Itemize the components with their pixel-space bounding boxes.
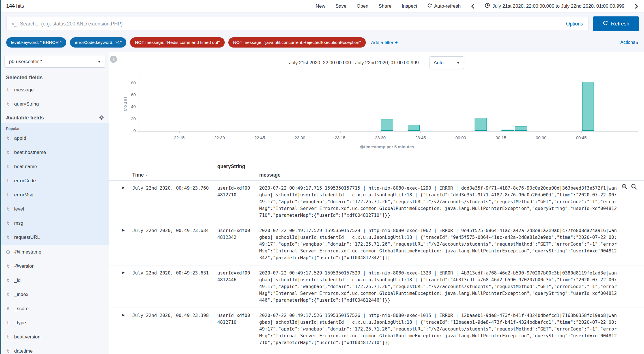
field-item-index[interactable]: t_index [1,288,109,302]
cell-querystring: userId=xdf004812710 [217,185,259,219]
field-item-type[interactable]: t_type [1,316,109,330]
time-picker-button[interactable]: July 21st 2020, 22:00:00.000 to July 22n… [485,3,624,9]
plus-icon: + [395,40,398,45]
y-tick [137,131,139,131]
topnav-new[interactable]: New [316,3,325,9]
histogram-bar-0020[interactable] [515,126,527,131]
index-pattern-select[interactable]: p0-usercenter-* ▼ [5,56,105,68]
hits-number: 144 [6,3,15,9]
cell-time: July 22nd 2020, 00:49:23.398 [132,312,217,346]
search-box: >_ Options [6,17,588,31]
collapse-sidebar-button[interactable] [110,56,117,63]
field-item-errorcode[interactable]: terrorCode [1,174,109,188]
expand-row-button[interactable]: ▶ [122,185,132,219]
chart-time-range-title: July 21st 2020, 22:00:00.000 - July 22nd… [289,60,425,66]
refresh-button[interactable]: Refresh [593,16,639,31]
zoom-in-icon[interactable] [621,183,628,190]
y-tick-label: 40 [124,104,136,109]
field-item-message[interactable]: tmessage [1,83,109,97]
field-item-requesturl[interactable]: trequestURL [1,230,109,244]
add-filter-button[interactable]: Add a filter + [371,40,398,46]
field-item-version[interactable]: t@version [1,259,109,273]
field-item-appid[interactable]: tappId [1,131,109,145]
field-item-errormsg[interactable]: terrorMsg [1,188,109,202]
filter-pill-3[interactable]: NOT message: "java.util.concurrent.Rejec… [228,37,366,48]
time-range-text: July 21st 2020, 22:00:00.000 to July 22n… [492,3,624,9]
x-tick [300,132,300,133]
time-range-back-button[interactable] [471,4,475,9]
expand-row-button[interactable]: ▶ [122,312,132,346]
histogram-bar-2330[interactable] [381,119,393,131]
caret-right-icon: ▶ [637,41,639,44]
histogram-bar-2340[interactable] [408,125,420,131]
field-item-timestamp[interactable]: @timestamp [1,245,109,259]
options-button[interactable]: Options [566,21,583,27]
refresh-icon [603,20,608,27]
field-item-beat-hostname[interactable]: tbeat.hostname [1,145,109,160]
field-item-querystring[interactable]: tqueryString [1,97,109,111]
field-item-beat-name[interactable]: tbeat.name [1,160,109,174]
filter-actions-button[interactable]: Actions ▶ [620,40,639,45]
filter-pill-1[interactable]: errorCode.keyword: "-1" [70,37,126,48]
text-field-icon: t [6,207,10,212]
topnav-save[interactable]: Save [335,3,347,9]
refresh-label: Refresh [611,21,630,27]
field-name: @version [14,263,35,269]
kibana-discover-app: 144 hits NewSaveOpenShareInspect Auto-re… [0,0,644,354]
topnav-inspect[interactable]: Inspect [402,3,417,9]
expand-row-button[interactable]: ▶ [122,270,132,304]
x-tick [179,132,180,133]
field-item-id[interactable]: t_id [1,273,109,288]
column-header-message[interactable]: message [259,172,644,178]
x-tick [501,132,501,133]
column-header-querystring[interactable]: queryString [217,164,259,170]
text-field-icon: t [6,264,10,269]
field-name: beat.hostname [14,150,46,155]
field-name: datetime [14,348,33,354]
x-tick-label: 22:15 [168,135,191,140]
histogram-bar-0015[interactable] [501,130,514,131]
table-row: ▶ July 22nd 2020, 00:49:23.631 userId=xd… [109,265,644,308]
histogram-bar-0045[interactable] [582,82,594,131]
x-tick [260,132,260,133]
zoom-out-icon[interactable] [631,183,637,190]
text-field-icon: t [6,150,10,155]
topnav-open[interactable]: Open [357,3,369,9]
filter-pill-0[interactable]: level.keyword: " ERROR " [6,37,66,48]
x-axis-line [137,131,638,132]
x-tick [581,132,582,133]
histogram-bar-0005[interactable] [475,118,487,131]
topnav-share[interactable]: Share [379,3,391,9]
auto-refresh-button[interactable]: Auto-refresh [427,3,461,9]
y-tick [137,95,139,95]
expand-row-button[interactable]: ▶ [122,227,132,261]
field-item-beat-version[interactable]: tbeat.version [1,330,109,344]
field-item-datetime[interactable]: tdatetime [1,344,109,354]
field-item-level[interactable]: tlevel [1,202,109,216]
search-input[interactable] [20,21,562,27]
cell-message: 2020-07-22 00:49:17.526 1595350157526 | … [259,312,618,346]
chevron-down-icon: ▼ [457,61,460,65]
popular-label: Popular [1,124,109,131]
sort-caret-icon: ▼ [145,174,148,177]
auto-refresh-label: Auto-refresh [434,3,461,9]
time-range-forward-button[interactable] [635,4,638,9]
field-name: _score [14,306,29,312]
field-item-score[interactable]: #_score [1,302,109,316]
index-pattern-value: p0-usercenter-* [9,59,42,65]
column-header-time[interactable]: Time▼ [132,172,217,178]
x-axis-title: @timestamp per 5 minutes [139,144,635,149]
field-item-msg[interactable]: tmsg [1,216,109,230]
x-tick-label: 22:45 [248,135,271,140]
filter-pills: level.keyword: " ERROR "errorCode.keywor… [6,37,366,48]
x-tick [220,132,220,133]
x-tick [541,132,541,133]
filter-pill-2[interactable]: NOT message: "Redis command timed out" [130,37,224,48]
histogram-chart: Count @timestamp per 5 minutes 020406080… [109,70,644,154]
text-field-icon: t [6,192,10,198]
cell-time: July 22nd 2020, 00:49:23.760 [132,185,217,219]
y-tick-label: 60 [124,92,136,97]
field-name: message [14,87,34,93]
interval-select[interactable]: Auto ▼ [430,56,464,69]
gear-icon[interactable] [99,115,104,120]
